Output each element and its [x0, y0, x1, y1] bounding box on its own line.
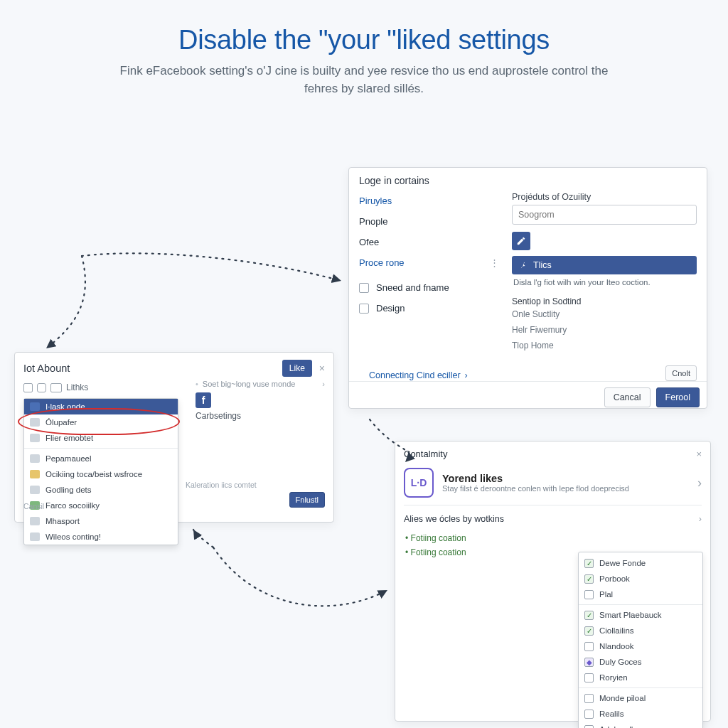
chevron-right-icon: ›	[465, 370, 468, 380]
footnote: Cansil	[23, 502, 44, 510]
home-icon[interactable]	[23, 383, 33, 392]
nav-sneed-fname[interactable]: Sneed and fname	[359, 277, 499, 298]
dropdown-item-label: Wileos conting!	[46, 532, 101, 541]
grid-icon[interactable]	[50, 383, 62, 392]
nav-design[interactable]: Design	[359, 298, 499, 318]
cnolt-button[interactable]: Cnolt	[665, 365, 697, 381]
dropdown-item-label: Godling dets	[46, 486, 92, 494]
search-input[interactable]	[512, 205, 697, 225]
page-title: Disable the "your "liked settings	[115, 25, 613, 55]
enlist-button[interactable]: Fnlustl	[289, 492, 325, 508]
check-item[interactable]: ✓Ciollailins	[579, 623, 702, 638]
about-panel: Iot Abount Like × Lithks I·lask onde Ólu…	[14, 352, 334, 523]
nav-design-label: Design	[376, 303, 405, 314]
connecting-link[interactable]: Connecting Cind eciller ›	[359, 366, 478, 380]
dropdown-item-label: Flier emobtet	[46, 434, 93, 442]
sort-hint: Soet big~long vuse monde	[203, 380, 296, 388]
row-allies-label: Alies we ócles by wotkins	[404, 514, 504, 524]
about-dropdown[interactable]: I·lask onde Ólupafer Flier emobtet Pepam…	[23, 398, 178, 545]
nav-proce-rone[interactable]: Proce rone ⋮	[359, 252, 499, 273]
dropdown-item[interactable]: Flier emobtet	[24, 430, 178, 446]
dropdown-item[interactable]: Wileos conting!	[24, 529, 178, 545]
check-item-label: Realils	[599, 710, 624, 718]
dropdown-item[interactable]: Farco socoiilky	[24, 498, 178, 513]
check-item-label: Nlandook	[599, 642, 634, 651]
dropdown-item-selected[interactable]: I·lask onde	[24, 399, 178, 414]
check-item[interactable]: ✓Smart Plaebauck	[579, 607, 702, 623]
checklist-popover[interactable]: ✓Dewe Fonde ✓Porbook ✓Plal ✓Smart Plaeba…	[578, 552, 703, 728]
subitem[interactable]: Helr Fiwemury	[512, 322, 697, 338]
settings-panel: Loge in cortains Piruyles Pnople Ofee Pr…	[348, 167, 707, 409]
kebab-icon[interactable]: ⋮	[490, 257, 499, 268]
settings-subhead: Sentiop in Sodtind	[512, 296, 697, 306]
nav-piruyles[interactable]: Piruyles	[359, 191, 499, 211]
subitem[interactable]: Tlop Home	[512, 338, 697, 353]
nav-proce-rone-label: Proce rone	[359, 257, 405, 268]
folder-icon[interactable]	[37, 383, 46, 392]
dropdown-item-label: Pepamaueel	[46, 454, 92, 463]
about-left-column: Lithks I·lask onde Ólupafer Flier emobte…	[23, 380, 187, 508]
connecting-link-label: Connecting Cind eciller	[369, 370, 461, 380]
settings-panel-title: Loge in cortains	[349, 168, 707, 188]
dropdown-item-label: Ólupafer	[46, 418, 77, 427]
check-item[interactable]: ✓Porbook	[579, 571, 702, 587]
check-item[interactable]: ✓Plal	[579, 587, 702, 602]
dropdown-item[interactable]: Ocikiing toca/beist wsfroce	[24, 466, 178, 482]
chevron-right-icon[interactable]: ›	[697, 476, 702, 491]
dropdown-item-label: Mhasport	[46, 517, 80, 525]
checkbox-icon	[359, 304, 369, 314]
check-item[interactable]: ✓Roryien	[579, 670, 702, 685]
check-item[interactable]: ✓Monde piloal	[579, 690, 702, 706]
like-button[interactable]: Like	[282, 360, 312, 377]
check-item-label: Adelaoolk	[599, 725, 636, 728]
tics-bar[interactable]: Tlics	[512, 256, 697, 274]
check-item[interactable]: ✓Realils	[579, 706, 702, 722]
dropdown-item[interactable]: Mhasport	[24, 513, 178, 529]
dropdown-item-label: Farco socoiilky	[46, 501, 100, 510]
breadcrumb-label: Lithks	[66, 382, 88, 392]
check-item-label: Smart Plaebauck	[599, 611, 662, 619]
settings-nav: Piruyles Pnople Ofee Proce rone ⋮ Sneed …	[349, 188, 509, 365]
check-item-label: Monde piloal	[599, 694, 646, 702]
proceed-button[interactable]: Ferool	[656, 387, 700, 407]
confirm-title: Contalmity	[404, 449, 447, 459]
bullet-icon: •	[196, 380, 198, 388]
page-header: Disable the "your "liked settings Fink e…	[115, 25, 613, 97]
checkbox-icon	[359, 283, 369, 293]
dropdown-item[interactable]: Ólupafer	[24, 414, 178, 430]
check-item[interactable]: ◆Duly Goces	[579, 654, 702, 670]
hero-sub: Stay filst é deroontne conlen with lepe …	[442, 484, 629, 493]
hero-row[interactable]: L·D Yorend likes Stay filst é deroontne …	[404, 465, 702, 502]
check-item[interactable]: ✓Adelaoolk	[579, 722, 702, 728]
dropdown-item[interactable]: Pepamaueel	[24, 451, 178, 466]
nav-sneed-label: Sneed and fname	[376, 282, 449, 293]
carbsettings-label[interactable]: Carbsetings	[196, 411, 325, 421]
check-item-label: Ciollailins	[599, 626, 634, 635]
bullet-item: Fotiing coation	[405, 531, 702, 545]
facebook-icon: f	[196, 392, 211, 408]
page-subtitle: Fink eFacebook setting's o'J cine is bui…	[115, 63, 613, 97]
check-item-label: Duly Goces	[599, 658, 641, 666]
check-item-label: Plal	[599, 590, 613, 599]
nav-ofee[interactable]: Ofee	[359, 232, 499, 252]
about-title: Iot Abount	[23, 363, 70, 374]
close-icon[interactable]: ×	[696, 449, 702, 459]
dropdown-item[interactable]: Godling dets	[24, 482, 178, 498]
dropdown-item-label: I·lask onde	[46, 402, 85, 411]
check-item-label: Dewe Fonde	[599, 559, 646, 567]
hero-title: Yorend likes	[442, 473, 629, 484]
hero-icon: L·D	[404, 468, 434, 498]
tics-desc: Disla l'g fiot wilh win your Iteo coctio…	[512, 274, 697, 294]
cancel-button[interactable]: Cancal	[604, 387, 651, 407]
check-item[interactable]: ✓Dewe Fonde	[579, 555, 702, 571]
pin-icon	[519, 261, 528, 269]
edit-icon-button[interactable]	[512, 232, 530, 250]
chevron-right-icon[interactable]: ›	[322, 380, 325, 388]
settings-footer: Cancal Ferool	[349, 381, 707, 413]
subitem[interactable]: Onle Suctlity	[512, 306, 697, 322]
check-item[interactable]: ✓Nlandook	[579, 638, 702, 654]
row-allies[interactable]: Alies we ócles by wotkins ›	[404, 508, 702, 530]
nav-pnople[interactable]: Pnople	[359, 211, 499, 232]
close-icon[interactable]: ×	[319, 363, 325, 374]
check-item-label: Porbook	[599, 574, 630, 583]
